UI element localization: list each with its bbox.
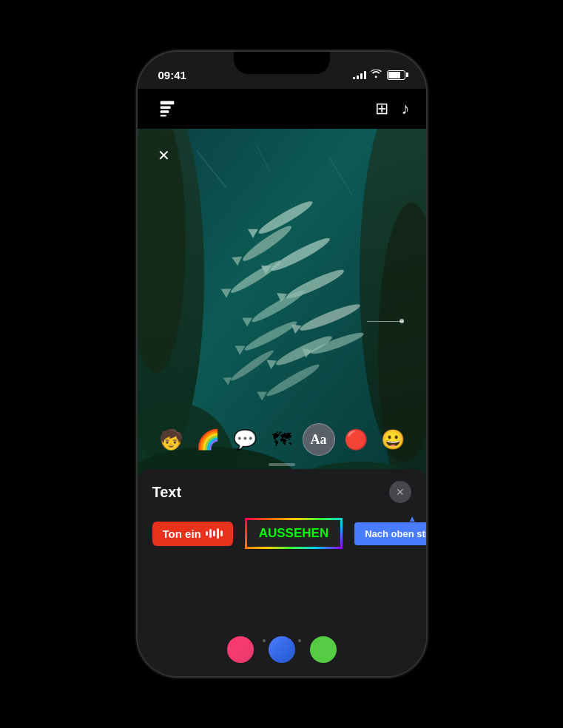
annotation-line-1 [367,321,404,322]
swatch-green[interactable] [310,636,337,663]
sound-wave-icon [206,528,223,539]
sticker-icon[interactable] [154,95,181,122]
svg-rect-0 [160,101,174,105]
toolbar-text-bubble[interactable]: 💬 [229,423,261,456]
signal-icon [353,70,366,79]
status-icons [353,70,405,81]
sticker-swipe-text: Nach oben streichen [365,528,425,539]
panel-title: Text [152,484,182,501]
battery-icon [387,70,405,80]
toolbar-emoji[interactable]: 😀 [377,423,409,456]
stickers-row: Ton ein AUSSEHEN Nach oben streichen [152,518,411,549]
sticker-aussehen[interactable]: AUSSEHEN [245,518,343,549]
phone-frame: 09:41 ⊞ ♪ [138,52,426,676]
drag-handle [269,463,295,466]
swatch-red-pink[interactable] [227,636,254,663]
toolbar-text[interactable]: Aa [303,423,335,456]
swatch-blue[interactable] [269,636,295,663]
panel-close-label: ✕ [396,486,405,498]
bottom-panel: Text ✕ Ton ein AUSSEHEN Nach oben streic… [138,469,426,676]
status-time: 09:41 [158,69,186,81]
sticker-ton-ein-text: Ton ein [163,528,201,540]
sticker-aussehen-text: AUSSEHEN [259,526,328,541]
notch [234,52,330,74]
annotation-dot-1 [400,319,404,323]
slideshow-icon[interactable]: ⊞ [375,99,388,118]
svg-rect-3 [160,115,166,116]
top-bar-right: ⊞ ♪ [375,99,410,118]
toolbar-stickers[interactable]: 🗺 [266,423,298,456]
top-bar: ⊞ ♪ [138,89,426,129]
sticker-ton-ein[interactable]: Ton ein [152,522,233,546]
toolbar-shapes[interactable]: 🔴 [340,423,372,456]
svg-rect-1 [160,107,170,109]
close-button[interactable]: ✕ [152,144,176,167]
color-swatches [138,636,426,663]
svg-rect-2 [160,110,169,113]
toolbar-memoji[interactable]: 🧒 [155,423,187,456]
music-icon[interactable]: ♪ [402,99,410,118]
sticker-swipe-up[interactable]: Nach oben streichen [354,522,425,545]
panel-close-button[interactable]: ✕ [389,481,411,503]
bottom-toolbar: 🧒 🌈 💬 🗺 Aa 🔴 😀 [138,417,426,462]
toolbar-colors[interactable]: 🌈 [192,423,224,456]
panel-header: Text ✕ [152,481,411,503]
wifi-icon [371,70,382,81]
text-aa-label: Aa [311,432,327,448]
